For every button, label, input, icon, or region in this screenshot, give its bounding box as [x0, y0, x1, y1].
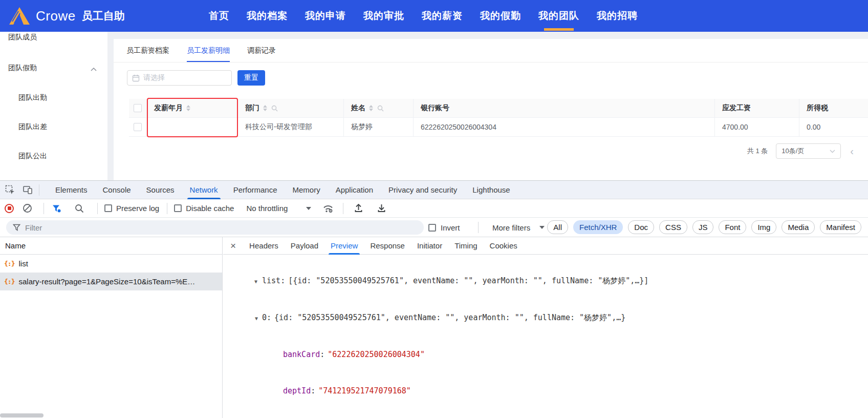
nav-item-my-salary[interactable]: 我的薪资: [422, 0, 463, 32]
throttling-caret-icon[interactable]: [306, 207, 311, 210]
sidebar-item-team-business-trip[interactable]: 团队出差: [18, 122, 47, 132]
network-conditions-icon[interactable]: [322, 203, 334, 213]
sort-icons[interactable]: [186, 105, 190, 111]
pill-js[interactable]: JS: [692, 220, 714, 234]
sidebar-item-team-attendance-group[interactable]: 团队假勤: [8, 64, 37, 73]
devtools-tab-performance[interactable]: Performance: [226, 181, 285, 199]
preview-line-list[interactable]: ▼list:[{id: "52053550049525761", eventNa…: [223, 275, 868, 288]
pill-css[interactable]: CSS: [659, 220, 687, 234]
cell-name: 杨梦婷: [351, 122, 373, 132]
cell-bank-account: 6222620250026004304: [421, 123, 496, 131]
invert-filter: Invert: [428, 218, 460, 237]
detail-tab-preview[interactable]: Preview: [324, 237, 364, 255]
pill-all[interactable]: All: [547, 220, 568, 234]
json-request-icon: {:}: [4, 278, 14, 285]
invert-label: Invert: [441, 223, 460, 232]
tab-salary-adjustment[interactable]: 调薪记录: [247, 39, 276, 62]
nav-item-my-approvals[interactable]: 我的审批: [363, 0, 404, 32]
row-checkbox[interactable]: [134, 123, 142, 131]
detail-tab-response[interactable]: Response: [364, 237, 411, 255]
header-name[interactable]: 姓名: [344, 99, 414, 117]
expand-arrow-icon[interactable]: ▼: [254, 276, 262, 288]
crowe-logo-icon: [8, 6, 31, 26]
devtools-tab-lighthouse[interactable]: Lighthouse: [465, 181, 517, 199]
devtools-tab-privacy-security[interactable]: Privacy and security: [381, 181, 465, 199]
nav-item-my-team[interactable]: 我的团队: [538, 0, 579, 32]
reset-button[interactable]: 重置: [237, 70, 265, 86]
nav-item-my-attendance[interactable]: 我的假勤: [480, 0, 521, 32]
request-row-salary-result[interactable]: {:} salary-result?page=1&PageSize=10&isT…: [0, 273, 222, 290]
detail-tabs: × Headers Payload Preview Response Initi…: [223, 237, 868, 255]
devtools-tab-sources[interactable]: Sources: [139, 181, 182, 199]
select-all-checkbox[interactable]: [134, 104, 142, 112]
detail-tab-headers[interactable]: Headers: [243, 237, 285, 255]
device-toolbar-icon[interactable]: [23, 185, 33, 195]
clear-network-log-icon[interactable]: [23, 203, 32, 213]
divider: [44, 203, 44, 214]
more-filters-button[interactable]: More filters: [492, 218, 545, 237]
export-har-icon[interactable]: [377, 203, 386, 213]
sidebar: 团队成员 团队假勤 团队出勤 团队出差 团队公出: [0, 32, 107, 180]
requests-name-header[interactable]: Name: [0, 237, 222, 255]
divider: [97, 203, 98, 214]
pill-media[interactable]: Media: [782, 220, 815, 234]
record-network-log-icon[interactable]: [5, 204, 14, 213]
filter-toggle-icon[interactable]: [52, 204, 61, 213]
detail-tab-timing[interactable]: Timing: [448, 237, 483, 255]
horizontal-scrollbar-thumb[interactable]: [0, 413, 44, 417]
nav-item-my-archives[interactable]: 我的档案: [247, 0, 288, 32]
import-har-icon[interactable]: [354, 203, 363, 213]
calendar-icon: [132, 74, 140, 82]
column-search-icon[interactable]: [271, 105, 278, 112]
inspect-element-icon[interactable]: [5, 185, 15, 195]
nav-item-my-applications[interactable]: 我的申请: [305, 0, 346, 32]
preview-line-item-0[interactable]: ▼0:{id: "52053550049525761", eventName: …: [223, 312, 868, 325]
nav-item-my-recruiting[interactable]: 我的招聘: [597, 0, 638, 32]
sort-icons[interactable]: [263, 105, 267, 111]
pay-month-date-input[interactable]: 请选择: [127, 70, 232, 86]
detail-tab-cookies[interactable]: Cookies: [484, 237, 524, 255]
pill-doc[interactable]: Doc: [628, 220, 654, 234]
search-icon[interactable]: [75, 204, 84, 213]
sidebar-item-team-checkin[interactable]: 团队出勤: [18, 93, 47, 102]
page-size-select[interactable]: 10条/页: [776, 143, 841, 159]
disable-cache-checkbox[interactable]: [174, 204, 182, 212]
pill-img[interactable]: Img: [751, 220, 776, 234]
pill-fetch-xhr[interactable]: Fetch/XHR: [573, 220, 623, 234]
throttling-select[interactable]: No throttling: [246, 204, 288, 213]
prev-page-button[interactable]: ‹: [849, 146, 855, 156]
preserve-log-checkbox[interactable]: [104, 204, 112, 212]
sidebar-item-team-outing[interactable]: 团队公出: [18, 152, 47, 161]
devtools-tab-console[interactable]: Console: [95, 181, 139, 199]
content-tabs: 员工薪资档案 员工发薪明细 调薪记录: [114, 39, 868, 62]
top-nav: 首页 我的档案 我的申请 我的审批 我的薪资 我的假勤 我的团队 我的招聘: [209, 0, 638, 32]
disable-cache-label: Disable cache: [186, 204, 234, 213]
column-search-icon[interactable]: [377, 105, 384, 112]
sidebar-item-team-members[interactable]: 团队成员: [8, 33, 37, 42]
preview-line-deptId[interactable]: deptId:"741219521747079168": [223, 385, 868, 398]
invert-checkbox[interactable]: [428, 224, 436, 232]
pill-font[interactable]: Font: [719, 220, 746, 234]
filter-input[interactable]: Filter: [6, 220, 424, 235]
preview-line-bankCard[interactable]: bankCard:"6222620250026004304": [223, 349, 868, 361]
expand-arrow-icon[interactable]: ▼: [255, 312, 262, 325]
tab-salary-detail[interactable]: 员工发薪明细: [187, 39, 230, 62]
filter-placeholder: Filter: [25, 223, 42, 232]
devtools-tab-network[interactable]: Network: [182, 181, 226, 199]
devtools-tab-elements[interactable]: Elements: [48, 181, 95, 199]
request-row-list[interactable]: {:} list: [0, 255, 222, 273]
devtools-tab-memory[interactable]: Memory: [285, 181, 328, 199]
table-row[interactable]: 科技公司-研发管理部 杨梦婷 6222620250026004304 4700.…: [129, 118, 868, 137]
chevron-up-icon[interactable]: [90, 65, 97, 74]
nav-item-home[interactable]: 首页: [209, 0, 229, 32]
pagination: 共 1 条 10条/页 ‹: [747, 143, 855, 159]
devtools-tab-application[interactable]: Application: [328, 181, 381, 199]
header-department[interactable]: 部门: [238, 99, 344, 117]
header-pay-month[interactable]: 发薪年月: [147, 99, 238, 117]
detail-tab-payload[interactable]: Payload: [285, 237, 324, 255]
sort-icons[interactable]: [369, 105, 373, 111]
tab-salary-archive[interactable]: 员工薪资档案: [126, 39, 169, 62]
detail-tab-initiator[interactable]: Initiator: [411, 237, 448, 255]
close-icon[interactable]: ×: [223, 240, 243, 252]
pill-manifest[interactable]: Manifest: [820, 220, 861, 234]
